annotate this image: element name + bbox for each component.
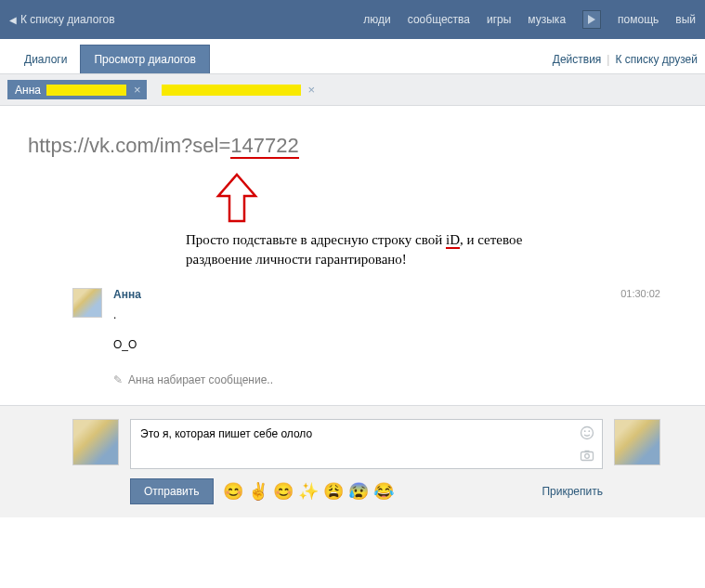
url-prefix: https://vk.com/im?sel= xyxy=(28,134,230,157)
separator: | xyxy=(607,53,609,66)
pencil-icon: ✎ xyxy=(113,373,123,386)
nav-communities[interactable]: сообщества xyxy=(408,13,470,26)
message-input-box xyxy=(130,419,603,469)
annotation-overlay: https://vk.com/im?sel=147722 Просто подс… xyxy=(0,106,705,167)
actions-link[interactable]: Действия xyxy=(553,53,602,66)
smiley-icon[interactable] xyxy=(580,425,594,440)
camera-icon[interactable] xyxy=(580,448,594,463)
emoji[interactable]: 😊 xyxy=(273,481,294,502)
chevron-left-icon: ◀ xyxy=(9,15,17,25)
nav-help[interactable]: помощь xyxy=(618,13,659,26)
avatar[interactable] xyxy=(72,288,102,318)
message-time: 01:30:02 xyxy=(620,288,660,299)
typing-indicator: ✎ Анна набирает сообщение.. xyxy=(113,373,660,386)
message-author[interactable]: Анна xyxy=(113,288,141,301)
redacted-surname xyxy=(46,85,126,96)
tab-dialogs[interactable]: Диалоги xyxy=(11,46,80,73)
play-icon xyxy=(588,15,595,24)
conversation-tab[interactable]: × xyxy=(154,80,321,99)
emoji[interactable]: 😰 xyxy=(348,481,369,502)
emoji[interactable]: 😩 xyxy=(323,481,344,502)
topbar: ◀ К списку диалогов люди сообщества игры… xyxy=(0,0,705,39)
composer: Отправить 😊 ✌️ 😊 ✨ 😩 😰 😂 Прикрепить xyxy=(0,405,705,517)
svg-rect-3 xyxy=(581,452,594,461)
svg-point-1 xyxy=(584,430,586,432)
nav-music[interactable]: музыка xyxy=(528,13,566,26)
tabbar: Диалоги Просмотр диалогов Действия | К с… xyxy=(0,41,705,74)
avatar[interactable] xyxy=(614,419,660,465)
conversations-bar: Анна × × xyxy=(0,74,705,106)
emoji-picker: 😊 ✌️ 😊 ✨ 😩 😰 😂 xyxy=(223,481,394,502)
nav-logout[interactable]: вый xyxy=(675,13,696,26)
friends-list-link[interactable]: К списку друзей xyxy=(615,53,698,66)
emoji[interactable]: 😊 xyxy=(223,481,243,502)
emoji[interactable]: ✨ xyxy=(298,481,319,502)
back-label: К списку диалогов xyxy=(20,13,115,26)
nav-games[interactable]: игры xyxy=(487,13,511,26)
composer-column: Отправить 😊 ✌️ 😊 ✨ 😩 😰 😂 Прикрепить xyxy=(130,419,603,504)
typing-text: Анна набирает сообщение.. xyxy=(128,373,273,386)
arrow-up-icon xyxy=(214,173,260,227)
redacted-name xyxy=(162,85,301,96)
conversation-tab-active[interactable]: Анна × xyxy=(7,80,147,99)
topbar-nav: люди сообщества игры музыка помощь вый xyxy=(363,10,696,29)
svg-point-0 xyxy=(581,427,594,439)
send-button[interactable]: Отправить xyxy=(130,478,214,504)
svg-point-4 xyxy=(585,454,590,459)
avatar[interactable] xyxy=(72,419,119,465)
url-example: https://vk.com/im?sel=147722 xyxy=(28,134,677,158)
tab-view-dialogs[interactable]: Просмотр диалогов xyxy=(80,45,210,73)
close-icon[interactable]: × xyxy=(132,83,143,97)
conversation-name: Анна xyxy=(15,84,41,97)
message-text-1: . xyxy=(113,308,660,321)
nav-people[interactable]: люди xyxy=(363,13,390,26)
composer-actions: Отправить 😊 ✌️ 😊 ✨ 😩 😰 😂 Прикрепить xyxy=(130,478,603,504)
close-icon[interactable]: × xyxy=(307,83,318,97)
composer-side-icons xyxy=(580,425,594,463)
url-id: 147722 xyxy=(230,134,298,159)
message-text-2: О_О xyxy=(113,338,660,351)
emoji[interactable]: 😂 xyxy=(373,481,394,502)
message-input[interactable] xyxy=(140,427,546,440)
annotation-text: Просто подставьте в адресную строку свой… xyxy=(186,230,557,269)
message-row: Анна 01:30:02 . О_О ✎ Анна набирает сооб… xyxy=(72,288,660,386)
attach-link[interactable]: Прикрепить xyxy=(542,485,603,498)
message-body: Анна 01:30:02 . О_О ✎ Анна набирает сооб… xyxy=(113,288,660,386)
emoji[interactable]: ✌️ xyxy=(248,481,268,502)
svg-point-2 xyxy=(588,430,590,432)
tabbar-actions: Действия | К списку друзей xyxy=(553,53,698,73)
back-to-dialogs-link[interactable]: ◀ К списку диалогов xyxy=(9,13,115,26)
play-button[interactable] xyxy=(582,10,601,29)
svg-rect-5 xyxy=(585,451,590,452)
messages-area: Анна 01:30:02 . О_О ✎ Анна набирает сооб… xyxy=(0,167,705,405)
